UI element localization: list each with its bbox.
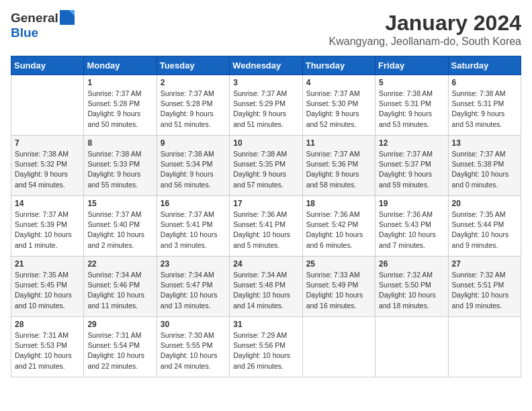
day-info: Sunrise: 7:33 AM Sunset: 5:49 PM Dayligh… bbox=[306, 270, 371, 311]
calendar-cell: 3Sunrise: 7:37 AM Sunset: 5:29 PM Daylig… bbox=[230, 75, 302, 136]
day-info: Sunrise: 7:38 AM Sunset: 5:35 PM Dayligh… bbox=[233, 149, 298, 190]
calendar-cell: 21Sunrise: 7:35 AM Sunset: 5:45 PM Dayli… bbox=[11, 257, 84, 317]
calendar-cell: 11Sunrise: 7:37 AM Sunset: 5:36 PM Dayli… bbox=[302, 136, 375, 196]
weekday-header-monday: Monday bbox=[84, 56, 157, 75]
page-header: General Blue January 2024 Kwangyang, Jeo… bbox=[11, 11, 521, 48]
calendar-cell: 6Sunrise: 7:38 AM Sunset: 5:31 PM Daylig… bbox=[448, 75, 521, 136]
weekday-header-sunday: Sunday bbox=[11, 56, 84, 75]
day-number: 28 bbox=[15, 320, 80, 329]
calendar-cell: 19Sunrise: 7:36 AM Sunset: 5:43 PM Dayli… bbox=[375, 196, 448, 257]
day-number: 31 bbox=[233, 320, 298, 329]
calendar-cell: 24Sunrise: 7:34 AM Sunset: 5:48 PM Dayli… bbox=[230, 257, 302, 317]
page-subtitle: Kwangyang, Jeollanam-do, South Korea bbox=[329, 36, 521, 48]
day-number: 20 bbox=[452, 199, 517, 208]
day-number: 13 bbox=[452, 138, 517, 148]
day-number: 2 bbox=[161, 78, 226, 87]
day-number: 18 bbox=[306, 199, 371, 208]
calendar-cell: 23Sunrise: 7:34 AM Sunset: 5:47 PM Dayli… bbox=[157, 257, 229, 317]
logo: General Blue bbox=[11, 11, 75, 40]
day-info: Sunrise: 7:37 AM Sunset: 5:37 PM Dayligh… bbox=[379, 149, 444, 190]
day-info: Sunrise: 7:31 AM Sunset: 5:54 PM Dayligh… bbox=[87, 330, 152, 371]
day-number: 14 bbox=[15, 199, 80, 208]
day-info: Sunrise: 7:37 AM Sunset: 5:30 PM Dayligh… bbox=[306, 89, 371, 130]
day-info: Sunrise: 7:38 AM Sunset: 5:32 PM Dayligh… bbox=[15, 149, 80, 190]
calendar-header-row: SundayMondayTuesdayWednesdayThursdayFrid… bbox=[11, 56, 521, 75]
calendar-cell: 31Sunrise: 7:29 AM Sunset: 5:56 PM Dayli… bbox=[230, 317, 302, 377]
day-number: 15 bbox=[87, 199, 152, 208]
calendar-cell: 27Sunrise: 7:32 AM Sunset: 5:51 PM Dayli… bbox=[448, 257, 521, 317]
day-info: Sunrise: 7:36 AM Sunset: 5:41 PM Dayligh… bbox=[233, 210, 298, 250]
calendar-week-row: 21Sunrise: 7:35 AM Sunset: 5:45 PM Dayli… bbox=[11, 257, 521, 317]
day-info: Sunrise: 7:29 AM Sunset: 5:56 PM Dayligh… bbox=[233, 330, 298, 371]
day-info: Sunrise: 7:31 AM Sunset: 5:53 PM Dayligh… bbox=[15, 330, 80, 371]
day-number: 4 bbox=[306, 78, 371, 87]
calendar-cell: 26Sunrise: 7:32 AM Sunset: 5:50 PM Dayli… bbox=[375, 257, 448, 317]
logo-blue-text: Blue bbox=[11, 26, 38, 40]
calendar-cell: 18Sunrise: 7:36 AM Sunset: 5:42 PM Dayli… bbox=[302, 196, 375, 257]
day-info: Sunrise: 7:37 AM Sunset: 5:39 PM Dayligh… bbox=[15, 210, 80, 250]
logo-general-text: General bbox=[11, 11, 58, 26]
calendar-cell bbox=[302, 317, 375, 377]
calendar-cell: 28Sunrise: 7:31 AM Sunset: 5:53 PM Dayli… bbox=[11, 317, 84, 377]
day-number: 21 bbox=[15, 259, 80, 269]
day-info: Sunrise: 7:34 AM Sunset: 5:46 PM Dayligh… bbox=[87, 270, 152, 311]
day-number: 11 bbox=[306, 138, 371, 148]
day-info: Sunrise: 7:34 AM Sunset: 5:48 PM Dayligh… bbox=[233, 270, 298, 311]
calendar-cell bbox=[375, 317, 448, 377]
calendar-cell: 20Sunrise: 7:35 AM Sunset: 5:44 PM Dayli… bbox=[448, 196, 521, 257]
page-title: January 2024 bbox=[329, 11, 521, 36]
day-number: 22 bbox=[87, 259, 152, 269]
calendar-cell: 7Sunrise: 7:38 AM Sunset: 5:32 PM Daylig… bbox=[11, 136, 84, 196]
day-number: 5 bbox=[379, 78, 444, 87]
weekday-header-tuesday: Tuesday bbox=[157, 56, 229, 75]
day-info: Sunrise: 7:37 AM Sunset: 5:40 PM Dayligh… bbox=[87, 210, 152, 250]
calendar-cell: 30Sunrise: 7:30 AM Sunset: 5:55 PM Dayli… bbox=[157, 317, 229, 377]
calendar-cell: 5Sunrise: 7:38 AM Sunset: 5:31 PM Daylig… bbox=[375, 75, 448, 136]
calendar-week-row: 14Sunrise: 7:37 AM Sunset: 5:39 PM Dayli… bbox=[11, 196, 521, 257]
day-info: Sunrise: 7:37 AM Sunset: 5:38 PM Dayligh… bbox=[452, 149, 517, 190]
calendar-week-row: 7Sunrise: 7:38 AM Sunset: 5:32 PM Daylig… bbox=[11, 136, 521, 196]
calendar-cell: 10Sunrise: 7:38 AM Sunset: 5:35 PM Dayli… bbox=[230, 136, 302, 196]
calendar-week-row: 1Sunrise: 7:37 AM Sunset: 5:28 PM Daylig… bbox=[11, 75, 521, 136]
day-info: Sunrise: 7:38 AM Sunset: 5:33 PM Dayligh… bbox=[87, 149, 152, 190]
day-number: 16 bbox=[161, 199, 226, 208]
logo-icon bbox=[60, 10, 75, 25]
day-info: Sunrise: 7:37 AM Sunset: 5:28 PM Dayligh… bbox=[161, 89, 226, 130]
day-number: 8 bbox=[87, 138, 152, 148]
day-number: 17 bbox=[233, 199, 298, 208]
day-number: 30 bbox=[161, 320, 226, 329]
day-info: Sunrise: 7:38 AM Sunset: 5:31 PM Dayligh… bbox=[379, 89, 444, 130]
day-info: Sunrise: 7:37 AM Sunset: 5:29 PM Dayligh… bbox=[233, 89, 298, 130]
calendar-cell: 13Sunrise: 7:37 AM Sunset: 5:38 PM Dayli… bbox=[448, 136, 521, 196]
calendar-cell: 2Sunrise: 7:37 AM Sunset: 5:28 PM Daylig… bbox=[157, 75, 229, 136]
day-number: 29 bbox=[87, 320, 152, 329]
calendar-cell bbox=[448, 317, 521, 377]
day-number: 7 bbox=[15, 138, 80, 148]
day-info: Sunrise: 7:37 AM Sunset: 5:41 PM Dayligh… bbox=[161, 210, 226, 250]
day-number: 12 bbox=[379, 138, 444, 148]
calendar-cell: 8Sunrise: 7:38 AM Sunset: 5:33 PM Daylig… bbox=[84, 136, 157, 196]
day-number: 24 bbox=[233, 259, 298, 269]
calendar-week-row: 28Sunrise: 7:31 AM Sunset: 5:53 PM Dayli… bbox=[11, 317, 521, 377]
weekday-header-thursday: Thursday bbox=[302, 56, 375, 75]
calendar-cell: 15Sunrise: 7:37 AM Sunset: 5:40 PM Dayli… bbox=[84, 196, 157, 257]
day-info: Sunrise: 7:38 AM Sunset: 5:31 PM Dayligh… bbox=[452, 89, 517, 130]
day-info: Sunrise: 7:38 AM Sunset: 5:34 PM Dayligh… bbox=[161, 149, 226, 190]
day-number: 23 bbox=[161, 259, 226, 269]
day-info: Sunrise: 7:32 AM Sunset: 5:51 PM Dayligh… bbox=[452, 270, 517, 311]
day-number: 19 bbox=[379, 199, 444, 208]
day-number: 27 bbox=[452, 259, 517, 269]
day-number: 10 bbox=[233, 138, 298, 148]
weekday-header-friday: Friday bbox=[375, 56, 448, 75]
title-block: January 2024 Kwangyang, Jeollanam-do, So… bbox=[329, 11, 521, 48]
calendar-cell: 1Sunrise: 7:37 AM Sunset: 5:28 PM Daylig… bbox=[84, 75, 157, 136]
day-info: Sunrise: 7:37 AM Sunset: 5:36 PM Dayligh… bbox=[306, 149, 371, 190]
calendar-cell: 9Sunrise: 7:38 AM Sunset: 5:34 PM Daylig… bbox=[157, 136, 229, 196]
day-number: 6 bbox=[452, 78, 517, 87]
day-info: Sunrise: 7:37 AM Sunset: 5:28 PM Dayligh… bbox=[87, 89, 152, 130]
day-info: Sunrise: 7:32 AM Sunset: 5:50 PM Dayligh… bbox=[379, 270, 444, 311]
day-info: Sunrise: 7:30 AM Sunset: 5:55 PM Dayligh… bbox=[161, 330, 226, 371]
weekday-header-saturday: Saturday bbox=[448, 56, 521, 75]
day-number: 3 bbox=[233, 78, 298, 87]
calendar-cell: 25Sunrise: 7:33 AM Sunset: 5:49 PM Dayli… bbox=[302, 257, 375, 317]
